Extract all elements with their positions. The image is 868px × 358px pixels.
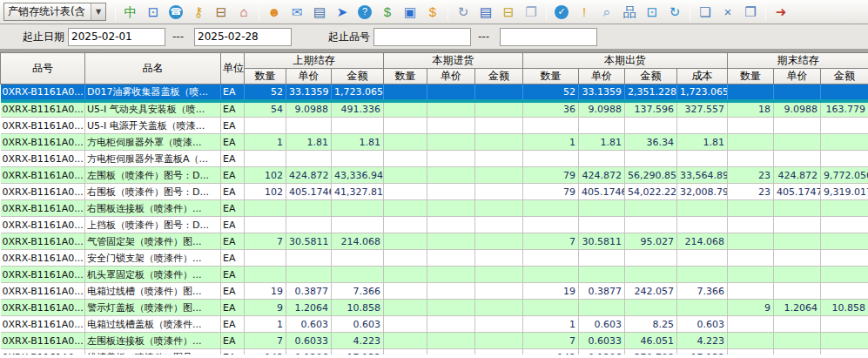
cell-id: 0XRX-B1161A0...: [1, 184, 85, 200]
cell-out-price: 0.3877: [579, 283, 625, 300]
col-header-prev-price[interactable]: 单价: [286, 69, 332, 84]
sales-money-button[interactable]: $: [421, 2, 444, 22]
table-row[interactable]: 0XRX-B1161A0...机头罩固定板（喷漆件）...EA: [1, 267, 868, 283]
cell-end-amount: [821, 316, 868, 333]
cell-id: 0XRX-B1161A0...: [1, 167, 85, 184]
col-header-in-price[interactable]: 单价: [427, 69, 475, 84]
mail-button[interactable]: ✉: [286, 2, 308, 22]
table-row[interactable]: 0XRX-B1161A0...D017油雾收集器盖板（喷...EA5233.13…: [1, 84, 868, 101]
date-to-input[interactable]: [194, 28, 292, 46]
col-header-out-qty[interactable]: 数量: [523, 69, 579, 84]
col-header-end-price[interactable]: 单价: [774, 69, 821, 84]
remote-desktop-button[interactable]: ⊡: [641, 2, 663, 22]
cell-id: 0XRX-B1161A0...: [1, 349, 85, 355]
cell-prev-price: 1.2064: [286, 300, 332, 316]
group-header-prev-balance[interactable]: 上期结存: [245, 53, 384, 69]
table-row[interactable]: 0XRX-B1161A0...电箱过线槽盖板（喷漆件...EA10.6030.6…: [1, 316, 868, 333]
cell-in-amount: [475, 84, 523, 101]
cell-in-amount: [475, 233, 523, 250]
key-button[interactable]: ➤: [331, 2, 353, 22]
help-button[interactable]: ?: [353, 2, 376, 22]
table-row[interactable]: 0XRX-B1161A0...右围板连接板（喷漆件）...EA: [1, 200, 868, 217]
archive-box-button[interactable]: ⊟: [497, 2, 520, 22]
table-row[interactable]: 0XRX-B1161A0...U5-I 气动夹具安装板（喷...EA549.09…: [1, 101, 868, 118]
col-header-prev-amount[interactable]: 金额: [332, 69, 384, 84]
item-from-input[interactable]: [373, 28, 471, 46]
cart-button[interactable]: ▣: [399, 2, 421, 22]
table-row[interactable]: 0XRX-B1161A0...右围板（喷漆件）图号：D...EA102405.1…: [1, 184, 868, 200]
group-header-period-outgoing[interactable]: 本期出货: [523, 53, 728, 69]
cell-in-qty: [384, 151, 427, 167]
table-row[interactable]: 0XRX-B1161A0...安全门锁支架（喷漆件）...EA: [1, 250, 868, 267]
cell-end-qty: [728, 349, 774, 355]
table-row[interactable]: 0XRX-B1161A0...电箱过线槽（喷漆件）图...EA190.38777…: [1, 283, 868, 300]
lock-key-button[interactable]: ⚷: [187, 2, 210, 22]
money-button[interactable]: $: [376, 2, 399, 22]
col-header-out-cost[interactable]: 成本: [677, 69, 728, 84]
col-header-in-qty[interactable]: 数量: [384, 69, 427, 84]
col-header-item-name[interactable]: 品名: [85, 53, 221, 84]
alert-bell-button[interactable]: !: [573, 2, 595, 22]
col-header-out-amount[interactable]: 金额: [625, 69, 677, 84]
orgchart-button[interactable]: 品: [618, 2, 641, 22]
close-window-button[interactable]: ×: [717, 2, 739, 22]
chevron-down-icon[interactable]: ▼: [91, 3, 105, 20]
cell-out-cost: 214.068: [677, 233, 728, 250]
col-header-unit[interactable]: 单位: [221, 53, 245, 84]
table-row[interactable]: 0XRX-B1161A0...方电柜伺服器外罩盖板A（...EA: [1, 151, 868, 167]
date-from-input[interactable]: [68, 28, 165, 46]
cell-prev-amount: [332, 200, 384, 217]
table-row[interactable]: 0XRX-B1161A0...左围板（喷漆件）图号：D...EA102424.8…: [1, 167, 868, 184]
data-transfer-button[interactable]: 中: [119, 2, 142, 22]
item-range-separator: ---: [478, 30, 489, 43]
window-button[interactable]: ❏: [694, 2, 717, 22]
approve-button[interactable]: ✓: [550, 2, 573, 22]
phone-button[interactable]: ☎: [165, 2, 187, 22]
col-header-prev-qty[interactable]: 数量: [245, 69, 286, 84]
cascade-button[interactable]: ❐: [739, 2, 762, 22]
col-header-end-amount[interactable]: 金额: [821, 69, 868, 84]
report-button[interactable]: ▤: [474, 2, 497, 22]
col-header-in-amount[interactable]: 金额: [475, 69, 523, 84]
doc-search-button[interactable]: ⌕: [595, 2, 618, 22]
table-row[interactable]: 0XRX-B1161A0...U5-I 电源开关盖板（喷漆...EA: [1, 118, 868, 134]
group-header-period-incoming[interactable]: 本期进货: [384, 53, 523, 69]
col-header-out-price[interactable]: 单价: [579, 69, 625, 84]
cell-prev-amount: [332, 217, 384, 233]
users-button[interactable]: ☻: [263, 2, 286, 22]
computer-button[interactable]: ⊡: [142, 2, 165, 22]
cell-out-qty: [523, 300, 579, 316]
toolbar-separator: [259, 3, 259, 21]
briefcase-button[interactable]: ⊟: [210, 2, 232, 22]
table-row[interactable]: 0XRX-B1161A0...方电柜伺服器外罩（喷漆...EA11.811.81…: [1, 134, 868, 151]
cell-in-price: [427, 134, 475, 151]
table-row[interactable]: 0XRX-B1161A0...线槽盖板（喷漆件）图号...EA1420.1206…: [1, 349, 868, 355]
report-refresh-button[interactable]: ↻: [452, 2, 474, 22]
cell-in-amount: [475, 217, 523, 233]
refresh-button[interactable]: ↻: [663, 2, 686, 22]
col-header-end-qty[interactable]: 数量: [728, 69, 774, 84]
cell-in-price: [427, 151, 475, 167]
date-range-separator: ---: [172, 30, 184, 43]
home-button[interactable]: ⌂: [232, 2, 255, 22]
table-row[interactable]: 0XRX-B1161A0...警示灯盖板（喷漆件）图...EA91.206410…: [1, 300, 868, 316]
copy-button[interactable]: ❐: [520, 2, 542, 22]
group-header-ending-balance[interactable]: 期末结存: [728, 53, 868, 69]
item-to-input[interactable]: [500, 28, 597, 46]
cell-prev-qty: 142: [245, 349, 286, 355]
table-row[interactable]: 0XRX-B1161A0...上挡板（喷漆件）图号：D...EA: [1, 217, 868, 233]
cell-in-amount: [475, 134, 523, 151]
cell-out-qty: [523, 151, 579, 167]
col-header-item-id[interactable]: 品号: [1, 53, 85, 84]
toolbar-separator: [447, 3, 448, 21]
card-button[interactable]: ▤: [308, 2, 331, 22]
table-row[interactable]: 0XRX-B1161A0...气管固定架（喷漆件）图...EA730.58112…: [1, 233, 868, 250]
cell-out-cost: [677, 267, 728, 283]
cell-in-price: [427, 200, 475, 217]
window-icon: ❏: [699, 5, 710, 18]
cell-end-price: [774, 200, 821, 217]
table-row[interactable]: 0XRX-B1161A0...左围板连接板（喷漆件）...EA70.60334.…: [1, 333, 868, 349]
exit-button[interactable]: ➜: [770, 2, 792, 22]
report-type-selector[interactable]: 产销存统计表(含 ▼: [3, 3, 106, 21]
cell-end-price: [774, 267, 821, 283]
